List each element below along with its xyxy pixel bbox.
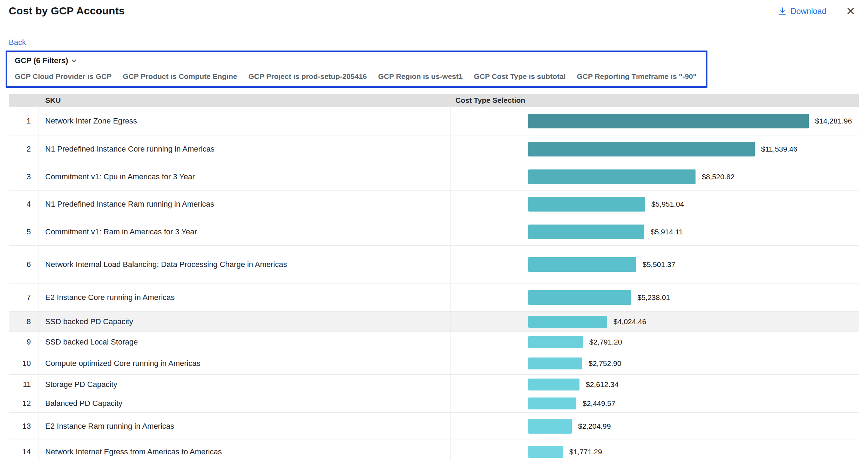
- cost-bar-cell: $5,951.04: [450, 191, 859, 218]
- chevron-down-icon: [71, 58, 77, 64]
- row-rank: 10: [9, 352, 39, 374]
- cost-bar-cell: $4,024.46: [450, 312, 859, 332]
- table-row[interactable]: 14 Network Internet Egress from Americas…: [9, 440, 859, 461]
- row-rank: 13: [9, 413, 39, 440]
- table-row[interactable]: 12 Balanced PD Capacity $2,449.57: [9, 394, 859, 413]
- cost-bar-cell: $2,791.20: [450, 332, 859, 352]
- sku-label: Balanced PD Capacity: [39, 394, 450, 412]
- filter-item[interactable]: GCP Region is us-west1: [378, 72, 463, 81]
- row-rank: 1: [9, 107, 39, 135]
- cost-bar-cell: $2,612.34: [450, 375, 859, 394]
- cost-bar[interactable]: [528, 316, 607, 328]
- page-title: Cost by GCP Accounts: [9, 5, 125, 17]
- filter-summary-label: GCP (6 Filters): [15, 56, 68, 65]
- cost-bar-cell: $5,914.11: [450, 218, 859, 245]
- filter-item[interactable]: GCP Cloud Provider is GCP: [15, 72, 111, 81]
- table-row[interactable]: 13 E2 Instance Ram running in Americas $…: [9, 413, 859, 440]
- cost-bar[interactable]: [528, 446, 563, 458]
- cost-bar[interactable]: [528, 419, 572, 434]
- table-row[interactable]: 1 Network Inter Zone Egress $14,281.96: [9, 107, 859, 135]
- cost-bar[interactable]: [528, 290, 631, 305]
- sku-label: Commitment v1: Ram in Americas for 3 Yea…: [39, 218, 450, 245]
- sku-label: Compute optimized Core running in Americ…: [39, 352, 450, 374]
- cost-bar-cell: $5,238.01: [450, 283, 859, 311]
- cost-bar-cell: $2,449.57: [450, 394, 859, 412]
- table-row[interactable]: 10 Compute optimized Core running in Ame…: [9, 352, 859, 375]
- table-row[interactable]: 9 SSD backed Local Storage $2,791.20: [9, 332, 859, 352]
- cost-bar[interactable]: [528, 169, 696, 184]
- download-icon: [778, 7, 787, 16]
- sku-label: E2 Instance Core running in Americas: [39, 283, 450, 311]
- row-rank: 7: [9, 283, 39, 311]
- row-rank: 6: [9, 246, 39, 283]
- row-rank: 5: [9, 218, 39, 245]
- table-row[interactable]: 5 Commitment v1: Ram in Americas for 3 Y…: [9, 218, 859, 246]
- sku-label: N1 Predefined Instance Core running in A…: [39, 135, 450, 163]
- cost-bar[interactable]: [528, 358, 582, 369]
- cost-bar-cell: $2,752.90: [450, 352, 859, 374]
- sku-label: Network Internet Egress from Americas to…: [39, 440, 450, 461]
- column-header-cost-type-selection: Cost Type Selection: [450, 96, 859, 105]
- filter-item[interactable]: GCP Cost Type is subtotal: [474, 72, 566, 81]
- cost-value-label: $5,501.37: [643, 260, 675, 269]
- sku-label: Network Inter Zone Egress: [39, 107, 450, 135]
- cost-value-label: $1,771.29: [569, 448, 602, 456]
- sku-label: Storage PD Capacity: [39, 375, 450, 394]
- table-row[interactable]: 7 E2 Instance Core running in Americas $…: [9, 283, 859, 312]
- back-link[interactable]: Back: [9, 38, 26, 47]
- cost-bar-cell: $5,501.37: [450, 246, 859, 283]
- cost-value-label: $5,914.11: [651, 228, 683, 236]
- cost-by-gcp-accounts-panel: Cost by GCP Accounts Download ✕ Back GCP…: [0, 0, 868, 461]
- table-row[interactable]: 2 N1 Predefined Instance Core running in…: [9, 135, 859, 163]
- cost-bar-cell: $14,281.96: [450, 107, 859, 135]
- row-rank: 14: [9, 440, 39, 461]
- cost-bar[interactable]: [528, 142, 755, 156]
- cost-table: SKU Cost Type Selection 1 Network Inter …: [9, 94, 859, 461]
- cost-bar[interactable]: [528, 379, 579, 390]
- cost-value-label: $14,281.96: [815, 117, 852, 125]
- cost-bar-cell: $2,204.99: [450, 413, 859, 440]
- cost-value-label: $8,520.82: [702, 173, 734, 181]
- table-row[interactable]: 4 N1 Predefined Instance Ram running in …: [9, 191, 859, 218]
- cost-value-label: $2,449.57: [583, 399, 615, 408]
- cost-bar[interactable]: [528, 397, 576, 409]
- filter-item[interactable]: GCP Reporting Timeframe is "-90": [577, 72, 696, 81]
- cost-value-label: $2,752.90: [589, 359, 621, 368]
- row-rank: 11: [9, 375, 39, 394]
- row-rank: 8: [9, 312, 39, 332]
- sku-label: E2 Instance Ram running in Americas: [39, 413, 450, 440]
- download-button[interactable]: Download: [778, 7, 826, 16]
- download-label: Download: [791, 7, 826, 16]
- sku-label: N1 Predefined Instance Ram running in Am…: [39, 191, 450, 218]
- filter-item-list: GCP Cloud Provider is GCPGCP Product is …: [15, 72, 700, 81]
- cost-bar[interactable]: [528, 114, 809, 128]
- cost-bar[interactable]: [528, 197, 645, 212]
- cost-value-label: $5,951.04: [651, 200, 684, 208]
- cost-value-label: $11,539.46: [761, 145, 798, 153]
- table-row[interactable]: 6 Network Internal Load Balancing: Data …: [9, 246, 859, 283]
- cost-value-label: $2,204.99: [578, 422, 611, 430]
- table-row[interactable]: 3 Commitment v1: Cpu in Americas for 3 Y…: [9, 163, 859, 191]
- filter-summary[interactable]: GCP (6 Filters): [15, 56, 77, 65]
- cost-value-label: $4,024.46: [613, 318, 646, 326]
- cost-bar-cell: $1,771.29: [450, 440, 859, 461]
- cost-bar[interactable]: [528, 336, 583, 348]
- cost-bar[interactable]: [528, 257, 636, 272]
- filter-item[interactable]: GCP Product is Compute Engine: [123, 72, 237, 81]
- filter-item[interactable]: GCP Project is prod-setup-205416: [248, 72, 367, 81]
- sku-label: SSD backed PD Capacity: [39, 312, 450, 332]
- filter-panel: GCP (6 Filters) GCP Cloud Provider is GC…: [6, 51, 707, 88]
- table-row[interactable]: 8 SSD backed PD Capacity $4,024.46: [9, 312, 859, 332]
- cost-value-label: $2,791.20: [589, 338, 622, 346]
- table-header-row: SKU Cost Type Selection: [9, 94, 859, 107]
- cost-bar-cell: $8,520.82: [450, 163, 859, 190]
- sku-label: Commitment v1: Cpu in Americas for 3 Yea…: [39, 163, 450, 190]
- column-header-sku: SKU: [39, 96, 450, 105]
- row-rank: 2: [9, 135, 39, 163]
- close-icon[interactable]: ✕: [846, 6, 855, 17]
- cost-bar[interactable]: [528, 225, 644, 239]
- row-rank: 12: [9, 394, 39, 412]
- cost-bar-cell: $11,539.46: [450, 135, 859, 163]
- table-body: 1 Network Inter Zone Egress $14,281.96 2…: [9, 107, 859, 461]
- table-row[interactable]: 11 Storage PD Capacity $2,612.34: [9, 375, 859, 394]
